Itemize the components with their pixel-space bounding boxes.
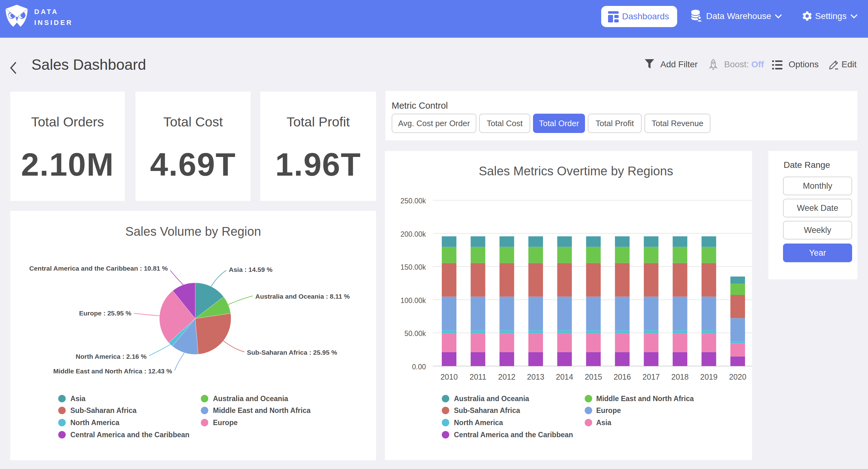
svg-text:2016: 2016 (614, 373, 631, 381)
svg-text:150.00k: 150.00k (400, 263, 426, 271)
svg-text:2010: 2010 (440, 373, 458, 381)
svg-text:0.00: 0.00 (412, 363, 426, 371)
svg-text:2018: 2018 (671, 373, 689, 381)
svg-text:200.00k: 200.00k (400, 230, 426, 238)
svg-text:100.00k: 100.00k (400, 296, 426, 304)
svg-text:2019: 2019 (700, 373, 718, 381)
svg-text:2020: 2020 (729, 373, 747, 381)
svg-text:2017: 2017 (643, 373, 660, 381)
svg-text:2012: 2012 (498, 373, 516, 381)
svg-text:2013: 2013 (527, 373, 545, 381)
svg-text:50.00k: 50.00k (404, 329, 426, 338)
svg-text:250.00k: 250.00k (400, 197, 426, 205)
svg-text:2011: 2011 (469, 373, 486, 381)
svg-text:2014: 2014 (556, 373, 573, 381)
svg-text:2015: 2015 (585, 373, 602, 381)
